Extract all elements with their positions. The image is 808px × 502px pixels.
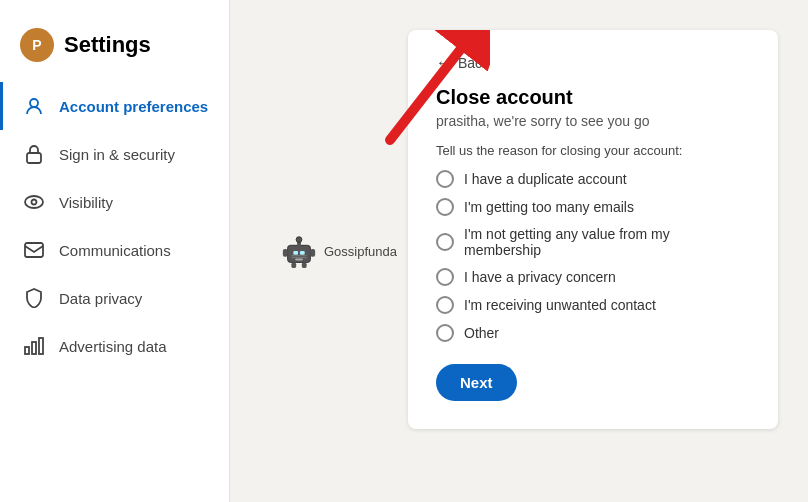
radio-item-4[interactable]: I'm receiving unwanted contact	[436, 296, 750, 314]
svg-point-2	[25, 196, 43, 208]
radio-label-4: I'm receiving unwanted contact	[464, 297, 656, 313]
sidebar-item-label: Advertising data	[59, 338, 167, 355]
next-button[interactable]: Next	[436, 364, 517, 401]
main-content: Gossipfunda ← Back Close account prasith…	[230, 0, 808, 502]
svg-rect-11	[295, 259, 303, 261]
back-link[interactable]: ← Back	[436, 54, 750, 72]
radio-circle-5[interactable]	[436, 324, 454, 342]
svg-rect-6	[32, 342, 36, 354]
radio-item-1[interactable]: I'm getting too many emails	[436, 198, 750, 216]
radio-item-2[interactable]: I'm not getting any value from my member…	[436, 226, 750, 258]
sidebar-item-account-preferences[interactable]: Account preferences	[0, 82, 229, 130]
radio-label-2: I'm not getting any value from my member…	[464, 226, 750, 258]
radio-list: I have a duplicate account I'm getting t…	[436, 170, 750, 342]
watermark-area: Gossipfunda	[280, 232, 397, 270]
person-icon	[23, 95, 45, 117]
back-arrow-icon: ←	[436, 54, 452, 72]
svg-rect-7	[39, 338, 43, 354]
avatar: P	[20, 28, 54, 62]
svg-rect-14	[283, 249, 288, 257]
eye-icon	[23, 191, 45, 213]
radio-label-3: I have a privacy concern	[464, 269, 616, 285]
back-label: Back	[458, 55, 489, 71]
svg-point-3	[32, 200, 37, 205]
sidebar-item-sign-in-security[interactable]: Sign in & security	[0, 130, 229, 178]
page-title: Settings	[64, 32, 151, 58]
radio-item-3[interactable]: I have a privacy concern	[436, 268, 750, 286]
close-account-card: ← Back Close account prasitha, we're sor…	[408, 30, 778, 429]
svg-point-13	[296, 237, 302, 243]
chart-icon	[23, 335, 45, 357]
watermark-text: Gossipfunda	[324, 244, 397, 259]
sidebar-header: P Settings	[0, 20, 229, 82]
svg-rect-15	[310, 249, 315, 257]
radio-label-5: Other	[464, 325, 499, 341]
card-subtitle: prasitha, we're sorry to see you go	[436, 113, 750, 129]
sidebar-item-advertising-data[interactable]: Advertising data	[0, 322, 229, 370]
radio-item-0[interactable]: I have a duplicate account	[436, 170, 750, 188]
card-title: Close account	[436, 86, 750, 109]
radio-circle-0[interactable]	[436, 170, 454, 188]
radio-circle-1[interactable]	[436, 198, 454, 216]
radio-circle-3[interactable]	[436, 268, 454, 286]
radio-label-0: I have a duplicate account	[464, 171, 627, 187]
sidebar: P Settings Account preferences Sign in &…	[0, 0, 230, 502]
envelope-icon	[23, 239, 45, 261]
svg-rect-16	[291, 262, 296, 268]
radio-circle-2[interactable]	[436, 233, 454, 251]
sidebar-item-label: Visibility	[59, 194, 113, 211]
radio-label-1: I'm getting too many emails	[464, 199, 634, 215]
sidebar-item-data-privacy[interactable]: Data privacy	[0, 274, 229, 322]
svg-rect-10	[300, 251, 305, 255]
robot-icon	[280, 232, 318, 270]
svg-rect-9	[293, 251, 298, 255]
sidebar-item-visibility[interactable]: Visibility	[0, 178, 229, 226]
radio-circle-4[interactable]	[436, 296, 454, 314]
svg-rect-4	[25, 243, 43, 257]
radio-item-5[interactable]: Other	[436, 324, 750, 342]
sidebar-item-label: Communications	[59, 242, 171, 259]
sidebar-item-label: Account preferences	[59, 98, 208, 115]
svg-rect-17	[302, 262, 307, 268]
sidebar-nav: Account preferences Sign in & security V…	[0, 82, 229, 370]
lock-icon	[23, 143, 45, 165]
svg-point-0	[30, 99, 38, 107]
sidebar-item-label: Data privacy	[59, 290, 142, 307]
card-prompt: Tell us the reason for closing your acco…	[436, 143, 750, 158]
sidebar-item-label: Sign in & security	[59, 146, 175, 163]
sidebar-item-communications[interactable]: Communications	[0, 226, 229, 274]
watermark-logo: Gossipfunda	[280, 232, 397, 270]
shield-icon	[23, 287, 45, 309]
svg-rect-5	[25, 347, 29, 354]
svg-rect-1	[27, 153, 41, 163]
